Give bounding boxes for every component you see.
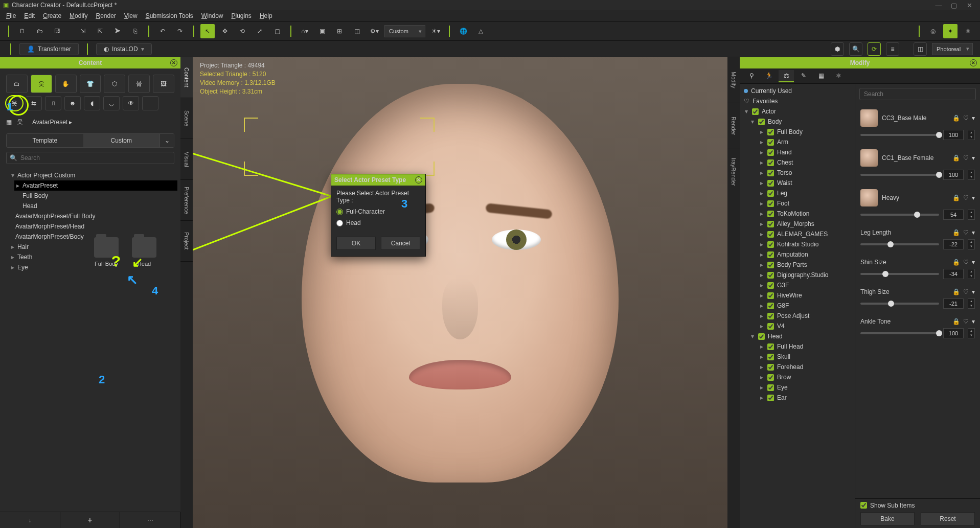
tree-node[interactable]: AvatarMorphPreset/Full Body bbox=[14, 211, 177, 221]
menu-file[interactable]: File bbox=[3, 11, 19, 20]
slider-icon[interactable]: ⎍ bbox=[45, 96, 61, 110]
menu-icon[interactable]: ▾ bbox=[972, 194, 975, 201]
slider-spinner[interactable]: ▲▼ bbox=[968, 170, 975, 180]
tree-item[interactable]: ▸Full Head bbox=[740, 341, 855, 352]
frame-tool-icon[interactable]: ▢ bbox=[270, 24, 284, 38]
tab-cloth-icon[interactable]: 👕 bbox=[80, 75, 101, 93]
tree-actor[interactable]: ▾Actor bbox=[740, 106, 855, 117]
sidetab-visual[interactable]: Visual bbox=[180, 139, 193, 180]
tree-item[interactable]: ▸ToKoMotion bbox=[740, 209, 855, 219]
tree-item[interactable]: ▸Torso bbox=[740, 168, 855, 178]
slider-spinner[interactable]: ▲▼ bbox=[968, 328, 975, 338]
dialog-header[interactable]: Select Actor Preset Type ✕ bbox=[331, 174, 425, 186]
slider-value[interactable]: 100 bbox=[943, 130, 964, 140]
menu-view[interactable]: View bbox=[121, 11, 141, 20]
instalod-button[interactable]: ◐ InstaLOD ▾ bbox=[96, 43, 152, 55]
sliders-icon[interactable]: ≡ bbox=[886, 42, 899, 56]
box3-icon[interactable]: ◫ bbox=[350, 24, 364, 38]
menu-edit[interactable]: Edit bbox=[21, 11, 38, 20]
opt-head[interactable]: Head bbox=[336, 217, 420, 228]
tab-folder-icon[interactable]: 🗀 bbox=[6, 75, 28, 93]
home-icon[interactable]: ⌂▾ bbox=[298, 24, 312, 38]
add-icon[interactable]: + bbox=[60, 512, 121, 528]
tab-custom[interactable]: Custom bbox=[83, 134, 160, 147]
lock-icon[interactable]: 🔒 bbox=[952, 229, 960, 236]
sidetab-modify[interactable]: Modify bbox=[727, 57, 740, 103]
tree-node[interactable]: ▾Actor Project Custom bbox=[9, 170, 177, 180]
fx3-icon[interactable]: ⚛ bbox=[961, 24, 975, 38]
tree-item[interactable]: ▸ALEMAR_GAMES bbox=[740, 229, 855, 239]
tab-pose-icon[interactable]: ⾻ bbox=[128, 75, 150, 93]
menu-modify[interactable]: Modify bbox=[66, 11, 90, 20]
rtab-run-icon[interactable]: 🏃 bbox=[761, 70, 777, 82]
tree-head[interactable]: ▾Head bbox=[740, 331, 855, 341]
fx1-icon[interactable]: ◎ bbox=[926, 24, 940, 38]
box1-icon[interactable]: ▣ bbox=[315, 24, 329, 38]
tree-item[interactable]: ▸Brow bbox=[740, 372, 855, 382]
fav-icon[interactable]: ♡ bbox=[963, 154, 969, 162]
tree-item[interactable]: ▸Amputation bbox=[740, 249, 855, 260]
slider-track[interactable] bbox=[860, 303, 939, 305]
slider-track[interactable] bbox=[860, 214, 939, 216]
fav-icon[interactable]: ♡ bbox=[963, 288, 969, 295]
viewport[interactable]: Project Triangle : 49494 Selected Triang… bbox=[193, 57, 727, 528]
slider-track[interactable] bbox=[860, 332, 939, 334]
save-icon[interactable]: 🖫 bbox=[50, 24, 64, 38]
head-icon[interactable]: ☻ bbox=[64, 96, 81, 110]
tab-more-icon[interactable]: ⌄ bbox=[159, 134, 174, 147]
tree-item[interactable]: ▸HiveWire bbox=[740, 290, 855, 301]
tree-item[interactable]: ▸G8F bbox=[740, 301, 855, 311]
new-icon[interactable]: 🗋 bbox=[15, 24, 30, 38]
cancel-button[interactable]: Cancel bbox=[381, 237, 420, 250]
slider-knob[interactable] bbox=[914, 212, 920, 218]
cube-icon[interactable]: ⬢ bbox=[831, 42, 844, 56]
sidetab-project[interactable]: Project bbox=[180, 221, 193, 262]
preset-dropdown[interactable]: Custom bbox=[384, 25, 425, 37]
blank-icon[interactable] bbox=[142, 96, 158, 110]
ok-button[interactable]: OK bbox=[336, 237, 376, 250]
fx2-icon[interactable]: ✦ bbox=[943, 24, 958, 38]
tree-item[interactable]: ▸Foot bbox=[740, 198, 855, 209]
import2-icon[interactable]: ⇱ bbox=[93, 24, 107, 38]
menu-create[interactable]: Create bbox=[40, 11, 64, 20]
menu-icon[interactable]: ▾ bbox=[972, 114, 975, 122]
sidetab-render[interactable]: Render bbox=[727, 103, 740, 149]
tree-item[interactable]: ▸Eye bbox=[740, 382, 855, 393]
tab-avatar-icon[interactable]: 웃 bbox=[31, 75, 52, 93]
box2-icon[interactable]: ⊞ bbox=[332, 24, 347, 38]
window-icon[interactable]: ◫ bbox=[914, 42, 927, 56]
tree-item[interactable]: ▸Pose Adjust bbox=[740, 311, 855, 321]
tree-item[interactable]: ▸Waist bbox=[740, 178, 855, 188]
rtab-checker-icon[interactable]: ▦ bbox=[813, 70, 829, 82]
rtab-morph-icon[interactable]: ⚖ bbox=[779, 70, 794, 82]
lock-icon[interactable]: 🔒 bbox=[952, 318, 960, 325]
slider-knob[interactable] bbox=[936, 172, 942, 178]
menu-submission[interactable]: Submission Tools bbox=[143, 11, 196, 20]
tree-item[interactable]: ▸Chest bbox=[740, 157, 855, 168]
slider-knob[interactable] bbox=[888, 301, 894, 307]
tree-body[interactable]: ▾Body bbox=[740, 117, 855, 127]
fav-icon[interactable]: ♡ bbox=[963, 318, 969, 325]
morph-icon[interactable]: ⇆ bbox=[26, 96, 42, 110]
menu-icon[interactable]: ▾ bbox=[972, 154, 975, 162]
menu-icon[interactable]: ▾ bbox=[972, 288, 975, 295]
slider-spinner[interactable]: ▲▼ bbox=[968, 210, 975, 220]
sidetab-preference[interactable]: Preference bbox=[180, 180, 193, 221]
reset-button[interactable]: Reset bbox=[921, 512, 975, 525]
tree-item[interactable]: ▸Forehead bbox=[740, 362, 855, 372]
search-input[interactable] bbox=[20, 154, 171, 162]
tab-acc-icon[interactable]: ⬡ bbox=[104, 75, 125, 93]
tree-currently-used[interactable]: Currently Used bbox=[740, 86, 855, 96]
transformer-button[interactable]: 👤 Transformer bbox=[19, 43, 79, 55]
tree-favorites[interactable]: ♡Favorites bbox=[740, 96, 855, 106]
mesh-icon[interactable]: △ bbox=[473, 24, 488, 38]
close-panel-icon[interactable]: ✕ bbox=[170, 59, 177, 66]
lock-icon[interactable]: 🔒 bbox=[952, 154, 960, 162]
redo-icon[interactable]: ↷ bbox=[173, 24, 187, 38]
close-panel-icon[interactable]: ✕ bbox=[970, 59, 977, 66]
slider-spinner[interactable]: ▲▼ bbox=[968, 269, 975, 279]
tree-item[interactable]: ▸Leg bbox=[740, 188, 855, 198]
breadcrumb[interactable]: ▦ 웃 AvatarPreset ▸ bbox=[0, 114, 180, 129]
lock-icon[interactable]: 🔒 bbox=[952, 114, 960, 122]
tree-node[interactable]: Full Body bbox=[21, 191, 177, 201]
